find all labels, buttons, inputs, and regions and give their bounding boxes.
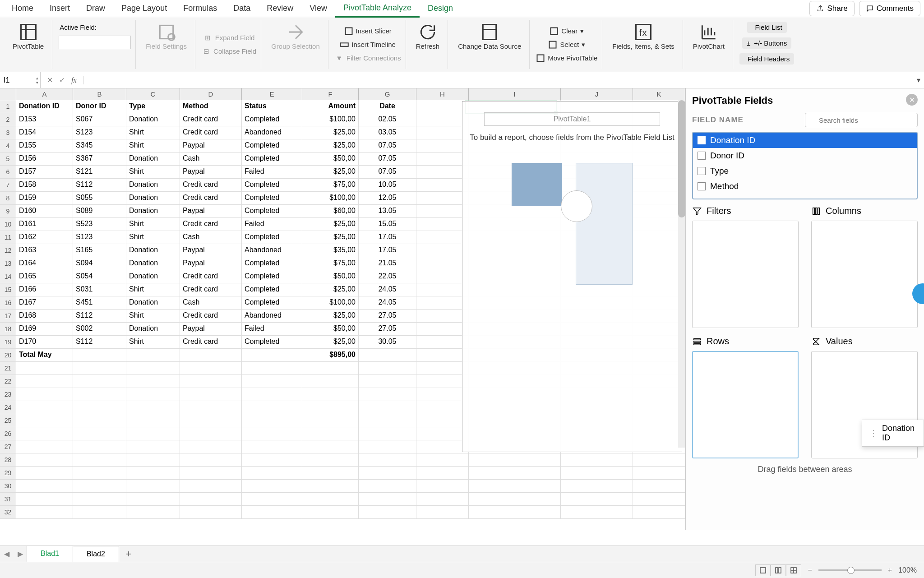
cell[interactable]	[73, 506, 126, 518]
cell[interactable]: Completed	[242, 336, 302, 348]
cell[interactable]	[302, 440, 359, 453]
zoom-in-button[interactable]: +	[888, 566, 892, 574]
cell[interactable]	[126, 493, 180, 505]
cell[interactable]: Completed	[242, 139, 302, 152]
tab-pivottable-analyze[interactable]: PivotTable Analyze	[335, 0, 420, 18]
cell[interactable]	[73, 440, 126, 453]
cell[interactable]	[73, 427, 126, 440]
cell[interactable]	[416, 283, 469, 296]
cancel-formula-icon[interactable]: ✕	[47, 76, 53, 84]
row-header[interactable]: 15	[0, 283, 16, 296]
cell[interactable]: Shirt	[126, 166, 180, 178]
cell[interactable]: $100,00	[302, 192, 359, 204]
row-header[interactable]: 4	[0, 139, 16, 152]
cell[interactable]	[73, 375, 126, 388]
filters-dropzone[interactable]	[692, 221, 799, 328]
cell[interactable]: Completed	[242, 296, 302, 309]
cell[interactable]	[561, 480, 633, 492]
cell[interactable]	[416, 467, 469, 479]
cell[interactable]	[359, 480, 416, 492]
cell[interactable]: 30.05	[359, 336, 416, 348]
cell[interactable]	[561, 506, 633, 518]
col-header-f[interactable]: F	[302, 88, 359, 100]
cell[interactable]: 24.05	[359, 296, 416, 309]
cell[interactable]: S123	[73, 231, 126, 244]
cell[interactable]	[126, 388, 180, 401]
select-button[interactable]: Select ▾	[548, 39, 585, 51]
cell[interactable]	[416, 257, 469, 270]
cell[interactable]	[73, 493, 126, 505]
cell[interactable]	[16, 480, 73, 492]
col-header-g[interactable]: G	[359, 88, 416, 100]
cell[interactable]: Total May	[16, 349, 73, 361]
vertical-scrollbar[interactable]	[678, 100, 685, 448]
cell[interactable]	[180, 375, 242, 388]
cell[interactable]: S067	[73, 113, 126, 126]
insert-slicer-button[interactable]: Insert Slicer	[344, 25, 392, 37]
cell[interactable]	[359, 414, 416, 427]
cell[interactable]: D170	[16, 336, 73, 348]
cell[interactable]	[73, 388, 126, 401]
prev-sheet-button[interactable]: ◀	[0, 550, 14, 558]
cell[interactable]: D153	[16, 113, 73, 126]
cell[interactable]: Credit card	[180, 218, 242, 231]
cell[interactable]: Paypal	[180, 139, 242, 152]
checkbox-icon[interactable]	[698, 182, 706, 190]
cell[interactable]: 13.05	[359, 205, 416, 217]
row-header[interactable]: 9	[0, 205, 16, 217]
cell[interactable]	[73, 467, 126, 479]
cell[interactable]	[416, 427, 469, 440]
cell[interactable]	[180, 453, 242, 466]
tab-page-layout[interactable]: Page Layout	[113, 0, 175, 17]
cell[interactable]	[359, 375, 416, 388]
checkbox-icon[interactable]	[698, 152, 706, 160]
cell[interactable]	[302, 401, 359, 414]
search-fields-input[interactable]	[805, 113, 918, 127]
row-header[interactable]: 22	[0, 375, 16, 388]
cell[interactable]: Donation	[126, 244, 180, 257]
cell[interactable]	[126, 480, 180, 492]
cell[interactable]	[242, 414, 302, 427]
pivotchart-button[interactable]: PivotChart	[689, 22, 728, 52]
cell[interactable]: Completed	[242, 153, 302, 165]
accept-formula-icon[interactable]: ✓	[59, 76, 65, 84]
cell[interactable]	[416, 349, 469, 361]
cell[interactable]	[416, 506, 469, 518]
cell[interactable]: 02.05	[359, 113, 416, 126]
cell[interactable]	[180, 349, 242, 361]
cell[interactable]	[73, 349, 126, 361]
cell[interactable]	[242, 506, 302, 518]
cell[interactable]	[416, 231, 469, 244]
zoom-level[interactable]: 100%	[898, 566, 917, 574]
col-header-i[interactable]: I	[469, 88, 561, 100]
cell[interactable]: 07.05	[359, 153, 416, 165]
cell[interactable]	[16, 493, 73, 505]
cell[interactable]: 22.05	[359, 270, 416, 283]
cell[interactable]	[126, 453, 180, 466]
cell[interactable]	[180, 414, 242, 427]
cell[interactable]: $25,00	[302, 139, 359, 152]
tab-draw[interactable]: Draw	[78, 0, 113, 17]
cell[interactable]	[416, 296, 469, 309]
cell[interactable]: Credit card	[180, 126, 242, 139]
view-page-layout-button[interactable]	[771, 564, 786, 576]
checkbox-icon[interactable]	[698, 167, 706, 175]
tab-home[interactable]: Home	[4, 0, 42, 17]
cell[interactable]: D156	[16, 153, 73, 165]
cell[interactable]	[469, 467, 561, 479]
cell[interactable]: S367	[73, 153, 126, 165]
cell[interactable]	[416, 126, 469, 139]
cell[interactable]	[302, 414, 359, 427]
cell[interactable]	[16, 453, 73, 466]
cell[interactable]: 24.05	[359, 283, 416, 296]
rows-dropzone[interactable]	[692, 351, 799, 458]
cell[interactable]: Paypal	[180, 205, 242, 217]
cell[interactable]	[416, 440, 469, 453]
field-list[interactable]: Donation ID Donor ID Type Method	[692, 132, 918, 199]
cell[interactable]: Failed	[242, 323, 302, 335]
cell[interactable]	[416, 336, 469, 348]
cell[interactable]	[180, 362, 242, 375]
cell[interactable]	[416, 205, 469, 217]
cell[interactable]: D163	[16, 244, 73, 257]
row-header[interactable]: 32	[0, 506, 16, 518]
